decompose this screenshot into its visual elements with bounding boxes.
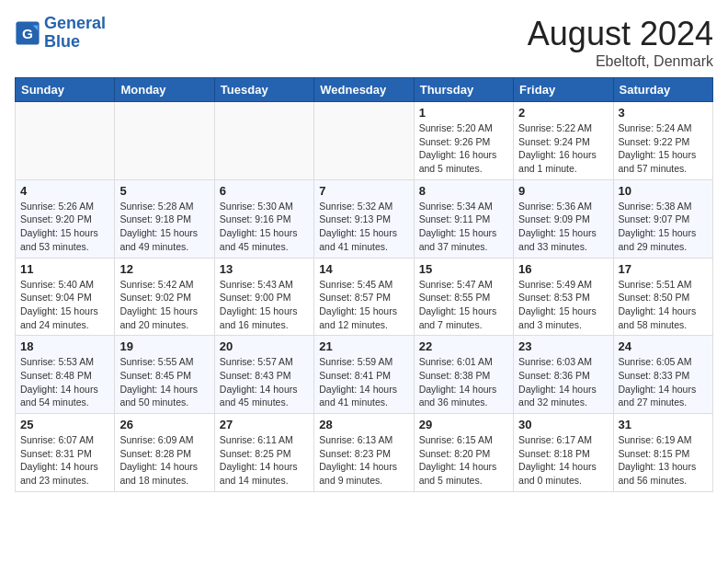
day-number: 10	[619, 184, 708, 198]
calendar-cell: 30Sunrise: 6:17 AM Sunset: 8:18 PM Dayli…	[514, 414, 613, 492]
day-number: 9	[518, 184, 608, 198]
logo-general: General	[44, 14, 106, 32]
day-number: 28	[319, 418, 408, 431]
calendar-cell: 8Sunrise: 5:34 AM Sunset: 9:11 PM Daylig…	[414, 179, 513, 258]
day-info: Sunrise: 5:51 AM Sunset: 8:50 PM Dayligh…	[619, 278, 708, 332]
day-info: Sunrise: 5:38 AM Sunset: 9:07 PM Dayligh…	[619, 200, 708, 254]
calendar-cell: 25Sunrise: 6:07 AM Sunset: 8:31 PM Dayli…	[16, 414, 115, 492]
day-info: Sunrise: 5:36 AM Sunset: 9:09 PM Dayligh…	[518, 200, 608, 254]
day-number: 30	[518, 418, 608, 431]
day-info: Sunrise: 6:17 AM Sunset: 8:18 PM Dayligh…	[518, 433, 608, 488]
day-number: 17	[619, 262, 708, 276]
day-number: 14	[319, 262, 408, 276]
day-info: Sunrise: 5:42 AM Sunset: 9:02 PM Dayligh…	[119, 278, 209, 332]
calendar-cell: 5Sunrise: 5:28 AM Sunset: 9:18 PM Daylig…	[115, 179, 214, 258]
calendar-cell: 2Sunrise: 5:22 AM Sunset: 9:24 PM Daylig…	[514, 102, 613, 180]
day-info: Sunrise: 6:05 AM Sunset: 8:33 PM Dayligh…	[619, 355, 708, 409]
calendar-cell: 14Sunrise: 5:45 AM Sunset: 8:57 PM Dayli…	[314, 258, 414, 336]
day-number: 15	[419, 262, 508, 276]
calendar-cell: 26Sunrise: 6:09 AM Sunset: 8:28 PM Dayli…	[115, 414, 214, 492]
calendar-cell: 24Sunrise: 6:05 AM Sunset: 8:33 PM Dayli…	[613, 336, 712, 414]
day-info: Sunrise: 5:30 AM Sunset: 9:16 PM Dayligh…	[220, 200, 309, 254]
calendar-week-row: 18Sunrise: 5:53 AM Sunset: 8:48 PM Dayli…	[16, 336, 713, 414]
day-info: Sunrise: 5:20 AM Sunset: 9:26 PM Dayligh…	[419, 121, 508, 176]
day-info: Sunrise: 6:19 AM Sunset: 8:15 PM Dayligh…	[619, 433, 708, 488]
day-info: Sunrise: 6:01 AM Sunset: 8:38 PM Dayligh…	[419, 355, 508, 409]
day-info: Sunrise: 6:15 AM Sunset: 8:20 PM Dayligh…	[419, 433, 508, 488]
day-header-wednesday: Wednesday	[314, 78, 414, 102]
calendar-cell: 28Sunrise: 6:13 AM Sunset: 8:23 PM Dayli…	[314, 414, 414, 492]
day-number: 3	[619, 106, 708, 120]
day-number: 11	[20, 262, 109, 276]
day-number: 6	[220, 184, 309, 198]
logo: G General Blue	[15, 15, 106, 52]
day-number: 22	[419, 339, 508, 353]
day-info: Sunrise: 5:45 AM Sunset: 8:57 PM Dayligh…	[319, 278, 408, 332]
calendar-table: SundayMondayTuesdayWednesdayThursdayFrid…	[15, 77, 713, 492]
month-year: August 2024	[528, 15, 713, 53]
calendar-week-row: 1Sunrise: 5:20 AM Sunset: 9:26 PM Daylig…	[16, 102, 713, 180]
calendar-cell	[16, 102, 115, 180]
day-number: 12	[119, 262, 209, 276]
day-number: 5	[119, 184, 209, 198]
day-info: Sunrise: 5:24 AM Sunset: 9:22 PM Dayligh…	[619, 121, 708, 176]
day-header-sunday: Sunday	[16, 78, 115, 102]
day-info: Sunrise: 5:57 AM Sunset: 8:43 PM Dayligh…	[220, 355, 309, 409]
day-info: Sunrise: 5:53 AM Sunset: 8:48 PM Dayligh…	[20, 355, 109, 409]
logo-icon: G	[15, 20, 40, 46]
calendar-week-row: 4Sunrise: 5:26 AM Sunset: 9:20 PM Daylig…	[16, 179, 713, 258]
calendar-cell: 15Sunrise: 5:47 AM Sunset: 8:55 PM Dayli…	[414, 258, 513, 336]
calendar-cell: 17Sunrise: 5:51 AM Sunset: 8:50 PM Dayli…	[613, 258, 712, 336]
day-number: 23	[518, 339, 608, 353]
day-header-saturday: Saturday	[613, 78, 712, 102]
title-block: August 2024 Ebeltoft, Denmark	[528, 15, 713, 70]
day-number: 31	[619, 418, 708, 431]
calendar-cell	[115, 102, 214, 180]
day-number: 25	[20, 418, 109, 431]
logo-text: General Blue	[44, 15, 106, 52]
calendar-cell: 10Sunrise: 5:38 AM Sunset: 9:07 PM Dayli…	[613, 179, 712, 258]
day-info: Sunrise: 5:40 AM Sunset: 9:04 PM Dayligh…	[20, 278, 109, 332]
day-info: Sunrise: 5:34 AM Sunset: 9:11 PM Dayligh…	[419, 200, 508, 254]
calendar-cell: 3Sunrise: 5:24 AM Sunset: 9:22 PM Daylig…	[613, 102, 712, 180]
day-header-thursday: Thursday	[414, 78, 513, 102]
day-info: Sunrise: 5:22 AM Sunset: 9:24 PM Dayligh…	[518, 121, 608, 176]
day-info: Sunrise: 5:28 AM Sunset: 9:18 PM Dayligh…	[119, 200, 209, 254]
day-header-friday: Friday	[514, 78, 613, 102]
day-info: Sunrise: 5:32 AM Sunset: 9:13 PM Dayligh…	[319, 200, 408, 254]
calendar-cell: 4Sunrise: 5:26 AM Sunset: 9:20 PM Daylig…	[16, 179, 115, 258]
day-number: 21	[319, 339, 408, 353]
day-info: Sunrise: 5:59 AM Sunset: 8:41 PM Dayligh…	[319, 355, 408, 409]
calendar-cell: 7Sunrise: 5:32 AM Sunset: 9:13 PM Daylig…	[314, 179, 414, 258]
calendar-cell: 12Sunrise: 5:42 AM Sunset: 9:02 PM Dayli…	[115, 258, 214, 336]
day-info: Sunrise: 6:13 AM Sunset: 8:23 PM Dayligh…	[319, 433, 408, 488]
day-info: Sunrise: 5:49 AM Sunset: 8:53 PM Dayligh…	[518, 278, 608, 332]
day-number: 24	[619, 339, 708, 353]
day-info: Sunrise: 6:11 AM Sunset: 8:25 PM Dayligh…	[220, 433, 309, 488]
day-info: Sunrise: 5:47 AM Sunset: 8:55 PM Dayligh…	[419, 278, 508, 332]
day-number: 8	[419, 184, 508, 198]
day-info: Sunrise: 5:26 AM Sunset: 9:20 PM Dayligh…	[20, 200, 109, 254]
day-number: 4	[20, 184, 109, 198]
calendar-cell	[314, 102, 414, 180]
logo-blue: Blue	[44, 32, 80, 51]
calendar-cell: 11Sunrise: 5:40 AM Sunset: 9:04 PM Dayli…	[16, 258, 115, 336]
day-header-tuesday: Tuesday	[214, 78, 313, 102]
calendar-cell: 29Sunrise: 6:15 AM Sunset: 8:20 PM Dayli…	[414, 414, 513, 492]
day-number: 26	[119, 418, 209, 431]
day-number: 16	[518, 262, 608, 276]
day-number: 1	[419, 106, 508, 120]
svg-text:G: G	[22, 25, 33, 40]
calendar-cell: 6Sunrise: 5:30 AM Sunset: 9:16 PM Daylig…	[214, 179, 313, 258]
calendar-cell: 22Sunrise: 6:01 AM Sunset: 8:38 PM Dayli…	[414, 336, 513, 414]
location: Ebeltoft, Denmark	[528, 53, 713, 70]
calendar-cell: 1Sunrise: 5:20 AM Sunset: 9:26 PM Daylig…	[414, 102, 513, 180]
day-number: 19	[119, 339, 209, 353]
day-number: 7	[319, 184, 408, 198]
day-number: 20	[220, 339, 309, 353]
calendar-cell: 16Sunrise: 5:49 AM Sunset: 8:53 PM Dayli…	[514, 258, 613, 336]
calendar-cell: 18Sunrise: 5:53 AM Sunset: 8:48 PM Dayli…	[16, 336, 115, 414]
calendar-header-row: SundayMondayTuesdayWednesdayThursdayFrid…	[16, 78, 713, 102]
calendar-cell: 21Sunrise: 5:59 AM Sunset: 8:41 PM Dayli…	[314, 336, 414, 414]
calendar-cell: 31Sunrise: 6:19 AM Sunset: 8:15 PM Dayli…	[613, 414, 712, 492]
